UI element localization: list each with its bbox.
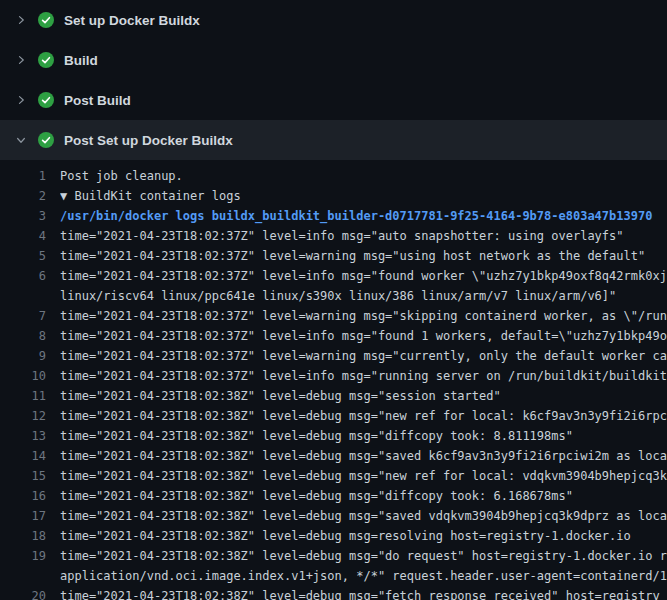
log-line: 13 time="2021-04-23T18:02:38Z" level=deb… <box>0 426 667 446</box>
section-title: Post Set up Docker Buildx <box>64 133 233 148</box>
line-text: time="2021-04-23T18:02:37Z" level=info m… <box>60 366 667 386</box>
chevron-icon <box>14 54 28 66</box>
line-text: time="2021-04-23T18:02:37Z" level=warnin… <box>60 346 667 366</box>
line-text-wrap: time="2021-04-23T18:02:38Z" level=debug … <box>46 486 667 506</box>
log-line: 1 Post job cleanup. <box>0 166 667 186</box>
line-text-wrap: time="2021-04-23T18:02:37Z" level=warnin… <box>46 306 667 326</box>
success-check-icon <box>38 92 54 108</box>
line-text: time="2021-04-23T18:02:37Z" level=info m… <box>60 266 667 286</box>
line-text-wrap: Post job cleanup. <box>46 166 667 186</box>
line-number[interactable]: 13 <box>0 426 46 446</box>
log-line: 7 time="2021-04-23T18:02:37Z" level=warn… <box>0 306 667 326</box>
line-text: time="2021-04-23T18:02:37Z" level=info m… <box>60 226 667 246</box>
log-line: 19 time="2021-04-23T18:02:38Z" level=deb… <box>0 546 667 586</box>
line-number[interactable]: 18 <box>0 526 46 546</box>
line-number[interactable]: 14 <box>0 446 46 466</box>
line-text-wrap: time="2021-04-23T18:02:37Z" level=warnin… <box>46 346 667 366</box>
line-text-wrap: time="2021-04-23T18:02:37Z" level=info m… <box>46 226 667 246</box>
line-number[interactable]: 20 <box>0 586 46 600</box>
line-text: time="2021-04-23T18:02:38Z" level=debug … <box>60 446 667 466</box>
log-line: 18 time="2021-04-23T18:02:38Z" level=deb… <box>0 526 667 546</box>
line-text: time="2021-04-23T18:02:37Z" level=warnin… <box>60 306 667 326</box>
line-number[interactable]: 16 <box>0 486 46 506</box>
section-title: Build <box>64 53 98 68</box>
log-group-toggle[interactable]: 2 ▼ BuildKit container logs <box>0 186 667 206</box>
line-number[interactable]: 7 <box>0 306 46 326</box>
section-header-post-setup-docker-buildx[interactable]: Post Set up Docker Buildx <box>0 120 667 160</box>
line-text: time="2021-04-23T18:02:37Z" level=info m… <box>60 326 667 346</box>
line-text: time="2021-04-23T18:02:38Z" level=debug … <box>60 586 667 600</box>
line-text-wrap: time="2021-04-23T18:02:38Z" level=debug … <box>46 466 667 486</box>
line-text: Post job cleanup. <box>60 166 667 186</box>
log-line: 5 time="2021-04-23T18:02:37Z" level=warn… <box>0 246 667 266</box>
line-number[interactable]: 6 <box>0 266 46 286</box>
line-text: time="2021-04-23T18:02:37Z" level=warnin… <box>60 246 667 266</box>
line-number[interactable]: 12 <box>0 406 46 426</box>
log-line: 11 time="2021-04-23T18:02:38Z" level=deb… <box>0 386 667 406</box>
log-line: 20 time="2021-04-23T18:02:38Z" level=deb… <box>0 586 667 600</box>
section-title: Set up Docker Buildx <box>64 13 200 28</box>
line-text-wrap: time="2021-04-23T18:02:38Z" level=debug … <box>46 426 667 446</box>
line-text-wrap: time="2021-04-23T18:02:38Z" level=debug … <box>46 386 667 406</box>
line-text: time="2021-04-23T18:02:38Z" level=debug … <box>60 466 667 486</box>
line-text: /usr/bin/docker logs buildx_buildkit_bui… <box>60 206 667 226</box>
line-text-wrap: time="2021-04-23T18:02:38Z" level=debug … <box>46 526 667 546</box>
chevron-icon <box>14 134 28 146</box>
line-text: time="2021-04-23T18:02:38Z" level=debug … <box>60 406 667 426</box>
section-header-build[interactable]: Build <box>0 40 667 80</box>
success-check-icon <box>38 132 54 148</box>
chevron-icon <box>14 14 28 26</box>
log-line: 14 time="2021-04-23T18:02:38Z" level=deb… <box>0 446 667 466</box>
line-text: time="2021-04-23T18:02:38Z" level=debug … <box>60 426 667 446</box>
line-text-wrap: time="2021-04-23T18:02:38Z" level=debug … <box>46 546 667 586</box>
line-text-wrap: ▼ BuildKit container logs <box>46 186 667 206</box>
line-text: time="2021-04-23T18:02:38Z" level=debug … <box>60 506 667 526</box>
line-number[interactable]: 11 <box>0 386 46 406</box>
line-text-wrap: time="2021-04-23T18:02:38Z" level=debug … <box>46 506 667 526</box>
line-text: time="2021-04-23T18:02:38Z" level=debug … <box>60 386 667 406</box>
line-number[interactable]: 1 <box>0 166 46 186</box>
line-number[interactable]: 19 <box>0 546 46 566</box>
line-text-wrap: time="2021-04-23T18:02:37Z" level=info m… <box>46 326 667 346</box>
success-check-icon <box>38 52 54 68</box>
line-number[interactable]: 10 <box>0 366 46 386</box>
success-check-icon <box>38 12 54 28</box>
line-number[interactable]: 4 <box>0 226 46 246</box>
log-line: 17 time="2021-04-23T18:02:38Z" level=deb… <box>0 506 667 526</box>
line-text: time="2021-04-23T18:02:38Z" level=debug … <box>60 526 667 546</box>
log-line: 16 time="2021-04-23T18:02:38Z" level=deb… <box>0 486 667 506</box>
section-title: Post Build <box>64 93 131 108</box>
log-line: 4 time="2021-04-23T18:02:37Z" level=info… <box>0 226 667 246</box>
log-area: 1 Post job cleanup. 2 ▼ BuildKit contain… <box>0 160 667 600</box>
chevron-icon <box>14 94 28 106</box>
line-number[interactable]: 3 <box>0 206 46 226</box>
log-line: 9 time="2021-04-23T18:02:37Z" level=warn… <box>0 346 667 366</box>
workflow-log-viewer: Set up Docker Buildx Build P <box>0 0 667 600</box>
line-text-wrap: time="2021-04-23T18:02:37Z" level=info m… <box>46 266 667 306</box>
line-text: ▼ BuildKit container logs <box>60 186 667 206</box>
line-text-continuation: linux/riscv64 linux/ppc641e linux/s390x … <box>60 286 667 306</box>
log-line: 10 time="2021-04-23T18:02:37Z" level=inf… <box>0 366 667 386</box>
log-lines: 1 Post job cleanup. 2 ▼ BuildKit contain… <box>0 166 667 600</box>
section-header-setup-docker-buildx[interactable]: Set up Docker Buildx <box>0 0 667 40</box>
line-number[interactable]: 2 <box>0 186 46 206</box>
log-line: 15 time="2021-04-23T18:02:38Z" level=deb… <box>0 466 667 486</box>
line-text-wrap: time="2021-04-23T18:02:38Z" level=debug … <box>46 406 667 426</box>
line-text: time="2021-04-23T18:02:38Z" level=debug … <box>60 486 667 506</box>
log-line: 12 time="2021-04-23T18:02:38Z" level=deb… <box>0 406 667 426</box>
line-text-wrap: /usr/bin/docker logs buildx_buildkit_bui… <box>46 206 667 226</box>
log-line: 6 time="2021-04-23T18:02:37Z" level=info… <box>0 266 667 306</box>
section-header-post-build[interactable]: Post Build <box>0 80 667 120</box>
log-line: 8 time="2021-04-23T18:02:37Z" level=info… <box>0 326 667 346</box>
line-text-wrap: time="2021-04-23T18:02:38Z" level=debug … <box>46 586 667 600</box>
line-number[interactable]: 17 <box>0 506 46 526</box>
line-number[interactable]: 8 <box>0 326 46 346</box>
line-number[interactable]: 15 <box>0 466 46 486</box>
line-text-wrap: time="2021-04-23T18:02:38Z" level=debug … <box>46 446 667 466</box>
line-text-continuation: application/vnd.oci.image.index.v1+json,… <box>60 566 667 586</box>
line-text: time="2021-04-23T18:02:38Z" level=debug … <box>60 546 667 566</box>
line-text-wrap: time="2021-04-23T18:02:37Z" level=warnin… <box>46 246 667 266</box>
line-number[interactable]: 5 <box>0 246 46 266</box>
step-sections: Set up Docker Buildx Build P <box>0 0 667 160</box>
line-number[interactable]: 9 <box>0 346 46 366</box>
